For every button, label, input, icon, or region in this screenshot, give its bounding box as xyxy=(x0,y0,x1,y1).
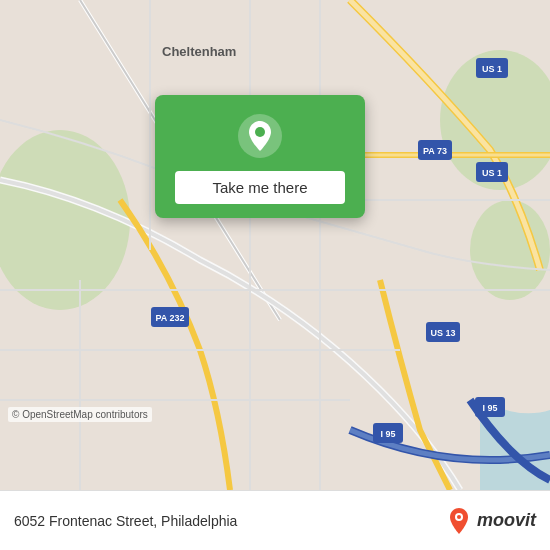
address-text: 6052 Frontenac Street, Philadelphia xyxy=(14,513,237,529)
location-pin-icon xyxy=(237,113,283,159)
moovit-logo: moovit xyxy=(447,507,536,535)
svg-text:PA 73: PA 73 xyxy=(423,146,447,156)
svg-point-34 xyxy=(457,515,461,519)
footer-bar: 6052 Frontenac Street, Philadelphia moov… xyxy=(0,490,550,550)
take-me-there-button[interactable]: Take me there xyxy=(175,171,345,204)
svg-text:I 95: I 95 xyxy=(380,429,395,439)
navigation-card: Take me there xyxy=(155,95,365,218)
svg-point-32 xyxy=(255,127,265,137)
map-container: Cheltenham US 1 US 1 PA 73 PA 232 US 13 … xyxy=(0,0,550,490)
svg-text:US 1: US 1 xyxy=(482,64,502,74)
moovit-brand-text: moovit xyxy=(477,510,536,531)
svg-text:Cheltenham: Cheltenham xyxy=(162,44,236,59)
moovit-pin-icon xyxy=(447,507,471,535)
svg-text:I 95: I 95 xyxy=(482,403,497,413)
svg-text:US 13: US 13 xyxy=(430,328,455,338)
copyright-text: © OpenStreetMap contributors xyxy=(8,407,152,422)
svg-text:PA 232: PA 232 xyxy=(155,313,184,323)
svg-text:US 1: US 1 xyxy=(482,168,502,178)
